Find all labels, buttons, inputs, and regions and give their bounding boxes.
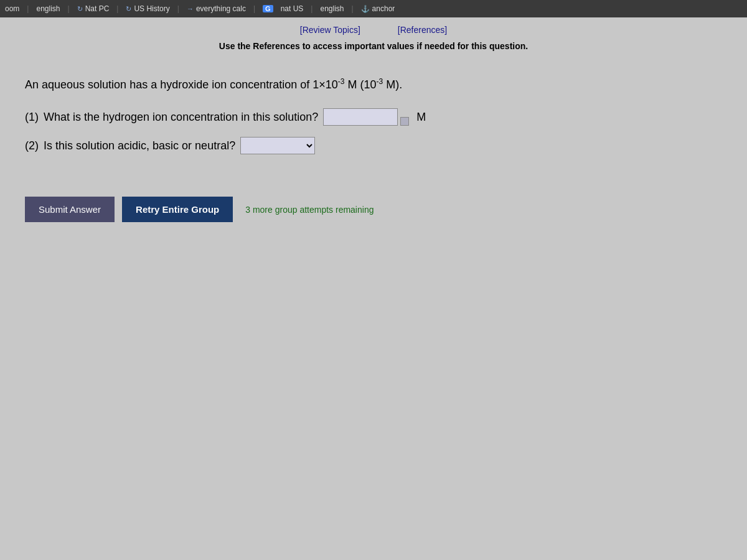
sub-question-1: (1) What is the hydrogen ion concentrati… xyxy=(25,108,722,126)
sub-q2-text: Is this solution acidic, basic or neutra… xyxy=(44,138,235,154)
topbar-us-history[interactable]: ↻ US History xyxy=(126,4,169,13)
topbar-sep-5: | xyxy=(253,4,255,13)
links-bar: [Review Topics] [References] xyxy=(0,17,747,39)
topbar-sep-3: | xyxy=(116,4,118,13)
sub-q1-text: What is the hydrogen ion concentration i… xyxy=(44,109,318,126)
topbar-english-right[interactable]: english xyxy=(320,4,344,13)
instructions-text: Use the References to access important v… xyxy=(0,39,747,63)
nat-pc-icon: ↻ xyxy=(77,5,83,13)
resize-handle-1[interactable] xyxy=(400,117,409,126)
exp1: -3 xyxy=(338,77,345,86)
topbar-sep-6: | xyxy=(311,4,312,13)
question-intro: An aqueous solution has a hydroxide ion … xyxy=(25,78,338,91)
topbar-nat-pc[interactable]: ↻ Nat PC xyxy=(77,4,110,13)
topbar-everything-calc[interactable]: → everything calc xyxy=(187,4,246,13)
topbar-sep-2: | xyxy=(68,4,70,13)
topbar-sep-4: | xyxy=(177,4,179,13)
top-bar: oom | english | ↻ Nat PC | ↻ US History … xyxy=(0,0,747,17)
unit-label-1: M xyxy=(416,109,426,126)
submit-answer-button[interactable]: Submit Answer xyxy=(25,197,115,222)
references-link[interactable]: [References] xyxy=(398,25,447,35)
anchor-icon: ⚓ xyxy=(361,5,370,13)
topbar-google[interactable]: G xyxy=(263,5,273,12)
calc-arrow-icon: → xyxy=(187,5,194,12)
acidic-basic-neutral-select[interactable]: acidic basic neutral xyxy=(240,137,315,154)
topbar-oom[interactable]: oom xyxy=(5,4,19,13)
topbar-sep-7: | xyxy=(351,4,353,13)
question-area: An aqueous solution has a hydroxide ion … xyxy=(0,63,747,178)
answer-input-wrapper-1 xyxy=(323,108,409,126)
hydrogen-concentration-input[interactable] xyxy=(323,108,398,126)
attempts-remaining-text: 3 more group attempts remaining xyxy=(245,205,374,215)
question-unit-end: M). xyxy=(383,78,402,91)
sub-q1-label: (1) xyxy=(25,109,39,126)
sub-q2-label: (2) xyxy=(25,138,39,154)
exp2: -3 xyxy=(377,77,383,86)
retry-entire-group-button[interactable]: Retry Entire Group xyxy=(122,197,233,222)
us-history-icon: ↻ xyxy=(126,5,131,13)
sub-question-2: (2) Is this solution acidic, basic or ne… xyxy=(25,137,722,154)
topbar-anchor[interactable]: ⚓ anchor xyxy=(361,4,395,13)
question-unit: M (10 xyxy=(348,78,377,91)
review-topics-link[interactable]: [Review Topics] xyxy=(300,25,360,35)
topbar-nat-us[interactable]: nat US xyxy=(281,4,304,13)
topbar-sep-1: | xyxy=(27,4,29,13)
buttons-area: Submit Answer Retry Entire Group 3 more … xyxy=(0,178,747,235)
topbar-english[interactable]: english xyxy=(36,4,60,13)
main-question-text: An aqueous solution has a hydroxide ion … xyxy=(25,76,722,93)
